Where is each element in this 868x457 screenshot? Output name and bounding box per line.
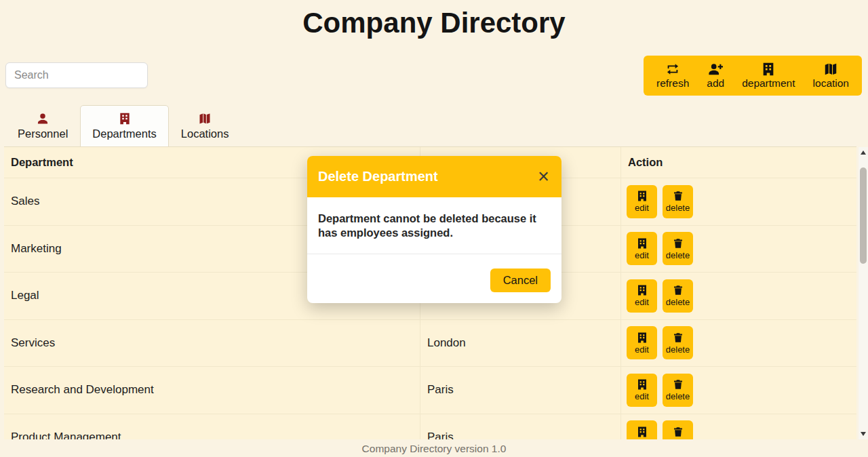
building-icon (636, 237, 648, 250)
edit-button[interactable]: edit (627, 279, 657, 313)
edit-button[interactable]: edit (627, 232, 657, 265)
tab-personnel-label: Personnel (18, 127, 68, 140)
location-cell: Paris (420, 367, 621, 414)
edit-label: edit (635, 203, 649, 213)
table-row: Product Management Paris edit delete (4, 414, 856, 440)
tab-departments-label: Departments (92, 127, 156, 140)
delete-label: delete (666, 391, 690, 401)
edit-button[interactable]: edit (627, 185, 657, 218)
delete-button[interactable]: delete (663, 232, 693, 265)
tab-personnel[interactable]: Personnel (5, 105, 80, 148)
refresh-label: refresh (656, 77, 689, 90)
edit-label: edit (635, 297, 649, 307)
delete-button[interactable]: delete (663, 279, 693, 313)
department-label: department (742, 77, 795, 90)
building-icon (636, 426, 648, 438)
tab-departments[interactable]: Departments (80, 105, 168, 148)
modal-header: Delete Department × (307, 156, 561, 197)
location-label: location (813, 77, 849, 90)
action-cell: edit delete (621, 273, 856, 319)
building-icon (636, 284, 648, 296)
delete-label: delete (666, 297, 690, 307)
action-cell: edit delete (621, 320, 856, 367)
edit-label: edit (635, 344, 649, 355)
edit-button[interactable]: edit (627, 374, 657, 407)
building-icon (636, 332, 648, 344)
map-icon (198, 112, 212, 125)
tab-locations[interactable]: Locations (169, 105, 241, 148)
department-cell: Product Management (4, 414, 420, 440)
trash-icon (672, 237, 684, 250)
footer-text: Company Directory version 1.0 (0, 443, 868, 455)
edit-button[interactable]: edit (627, 420, 657, 439)
department-button[interactable]: department (733, 60, 804, 92)
action-cell: edit delete (621, 178, 856, 225)
tab-bar: Personnel Departments Locations (5, 105, 241, 148)
column-header-action: Action (621, 147, 856, 178)
location-cell: Paris (420, 414, 621, 440)
building-icon (761, 62, 776, 77)
delete-button[interactable]: delete (663, 326, 693, 359)
person-plus-icon (708, 62, 723, 77)
location-button[interactable]: location (804, 60, 858, 92)
table-row: Services London edit delete (4, 320, 856, 367)
building-icon (118, 112, 132, 125)
tab-locations-label: Locations (181, 127, 229, 140)
app-window: Company Directory refresh add department (0, 0, 868, 457)
trash-icon (672, 426, 684, 438)
map-icon (823, 62, 838, 77)
refresh-button[interactable]: refresh (648, 60, 698, 92)
trash-icon (672, 378, 684, 391)
close-icon[interactable]: × (536, 167, 551, 186)
add-button[interactable]: add (698, 60, 733, 92)
scrollbar-down-arrow[interactable] (859, 429, 868, 439)
delete-label: delete (666, 439, 690, 439)
modal-footer: Cancel (307, 254, 561, 303)
delete-button[interactable]: delete (663, 185, 693, 218)
delete-label: delete (666, 344, 690, 355)
scrollbar-up-arrow[interactable] (859, 147, 868, 158)
modal-message: Department cannot be deleted because it … (307, 197, 561, 254)
add-label: add (707, 77, 724, 90)
delete-button[interactable]: delete (663, 374, 693, 407)
table-row: Research and Development Paris edit dele… (4, 367, 856, 414)
delete-label: delete (666, 250, 690, 260)
trash-icon (672, 190, 684, 202)
refresh-icon (665, 62, 680, 77)
edit-label: edit (635, 250, 649, 260)
trash-icon (672, 284, 684, 296)
action-cell: edit delete (621, 414, 856, 440)
vertical-scrollbar (859, 147, 868, 439)
delete-label: delete (666, 203, 690, 213)
edit-button[interactable]: edit (627, 326, 657, 359)
building-icon (636, 190, 648, 202)
cancel-button[interactable]: Cancel (490, 269, 551, 292)
action-cell: edit delete (621, 367, 856, 414)
modal-title: Delete Department (318, 169, 438, 184)
action-cell: edit delete (621, 226, 856, 273)
delete-button[interactable]: delete (663, 420, 693, 439)
edit-label: edit (635, 391, 649, 401)
trash-icon (672, 332, 684, 344)
search-input[interactable] (5, 62, 148, 88)
scrollbar-thumb[interactable] (860, 167, 867, 264)
toolbar: refresh add department location (644, 56, 862, 96)
building-icon (636, 378, 648, 391)
department-cell: Research and Development (4, 367, 420, 414)
delete-department-modal: Delete Department × Department cannot be… (307, 156, 561, 303)
person-icon (36, 112, 50, 125)
department-cell: Services (4, 320, 420, 367)
edit-label: edit (635, 439, 649, 439)
location-cell: London (420, 320, 621, 367)
page-title: Company Directory (0, 7, 868, 39)
